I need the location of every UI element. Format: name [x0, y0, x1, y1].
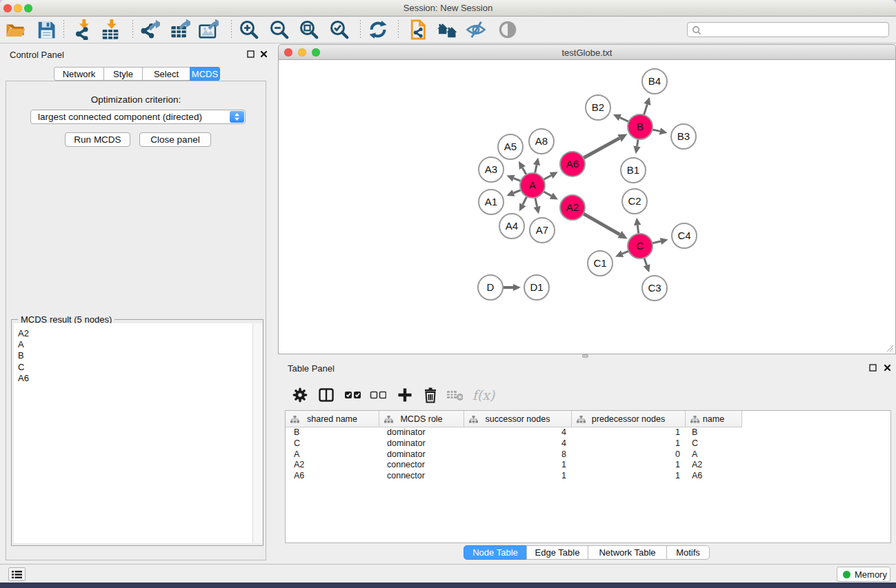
refresh-icon[interactable]	[365, 18, 391, 41]
edge-A-A7[interactable]	[535, 198, 537, 207]
graph-node-label: A6	[566, 158, 579, 170]
zoom-in-icon[interactable]	[236, 18, 262, 41]
edge-A-A3[interactable]	[514, 179, 521, 181]
function-builder-icon[interactable]: f(x)	[472, 385, 495, 405]
menu-bar: Session: New Session	[0, 0, 896, 17]
create-column-icon[interactable]	[393, 385, 417, 405]
table-row[interactable]: Adominator80A	[286, 449, 890, 460]
delete-table-icon[interactable]	[443, 385, 466, 405]
control-tab-network[interactable]: Network	[54, 67, 104, 81]
table-row[interactable]: Bdominator41B	[286, 427, 890, 438]
table-panel: Table Panel f(x) shared nameMCDS rolesuc…	[278, 360, 896, 564]
edge-arrowhead	[644, 97, 650, 105]
edge-A2-C[interactable]	[584, 214, 620, 234]
table-cell: 1	[572, 427, 686, 438]
float-panel-icon[interactable]	[247, 50, 255, 58]
table-cell: 1	[572, 438, 686, 449]
select-all-columns-icon[interactable]	[341, 385, 364, 405]
edge-A-A6[interactable]	[544, 175, 551, 179]
table-cell: connector	[379, 471, 464, 482]
graph-node-label: B1	[627, 164, 639, 176]
search-input[interactable]	[687, 22, 889, 37]
visibility-icon[interactable]	[495, 18, 521, 41]
edge-A-A5[interactable]	[522, 168, 526, 174]
run-mcds-button[interactable]: Run MCDS	[65, 132, 130, 147]
edge-A-A4[interactable]	[523, 196, 527, 205]
memory-button[interactable]: Memory	[837, 567, 890, 582]
edge-C-C2[interactable]	[637, 225, 639, 234]
table-row[interactable]: A2connector11A2	[286, 460, 890, 471]
tab-network-table[interactable]: Network Table	[588, 545, 667, 560]
network-window-titlebar[interactable]: testGlobe.txt	[278, 44, 896, 60]
table-toolbar: f(x)	[278, 360, 896, 408]
zoom-fit-icon[interactable]	[296, 18, 322, 41]
tab-motifs[interactable]: Motifs	[666, 545, 710, 560]
graph-node-label: A7	[536, 224, 548, 236]
edge-B-B2[interactable]	[620, 118, 629, 122]
close-panel-button[interactable]: Close panel	[139, 132, 211, 147]
mcds-result-list[interactable]: A2ABCA6	[14, 323, 262, 543]
panel-divider-handle[interactable]	[582, 354, 588, 358]
new-network-icon[interactable]	[405, 18, 431, 41]
column-header-shared-name[interactable]: shared name	[286, 411, 379, 427]
edge-A-A1[interactable]	[513, 190, 521, 193]
mcds-result-item[interactable]: C	[14, 362, 262, 373]
unselect-all-columns-icon[interactable]	[366, 385, 390, 405]
edge-C-C3[interactable]	[644, 258, 647, 265]
task-history-button[interactable]	[8, 567, 26, 581]
table-settings-icon[interactable]	[288, 385, 312, 405]
column-header-predecessor-nodes[interactable]: predecessor nodes	[572, 411, 686, 427]
edge-C-C4[interactable]	[653, 241, 661, 243]
delete-column-icon[interactable]	[419, 385, 442, 405]
edge-C-C1[interactable]	[622, 251, 628, 254]
edge-arrowhead	[659, 128, 668, 134]
export-image-icon[interactable]	[195, 18, 221, 41]
control-panel-tabs: NetworkStyleSelectMCDS	[54, 67, 220, 81]
mcds-scrollbar[interactable]	[252, 323, 262, 543]
import-table-icon[interactable]	[97, 18, 123, 41]
control-tab-select[interactable]: Select	[142, 67, 190, 81]
graph-node-label: C3	[648, 282, 661, 294]
mcds-result-item[interactable]: A	[14, 339, 262, 350]
column-header-successor-nodes[interactable]: successor nodes	[464, 411, 572, 427]
edge-B-B4[interactable]	[644, 104, 647, 114]
column-header-MCDS-role[interactable]: MCDS role	[379, 411, 464, 427]
export-table-icon[interactable]	[167, 18, 193, 41]
edge-A-A8[interactable]	[535, 165, 537, 173]
control-tab-style[interactable]: Style	[103, 67, 143, 81]
network-window-title: testGlobe.txt	[279, 48, 895, 58]
save-session-icon[interactable]	[33, 18, 59, 41]
graph-node-label: A8	[535, 135, 548, 147]
node-table[interactable]: shared nameMCDS rolesuccessor nodesprede…	[285, 410, 891, 543]
tab-node-table[interactable]: Node Table	[464, 545, 527, 560]
tab-edge-table[interactable]: Edge Table	[526, 545, 588, 560]
home-layout-icon[interactable]	[434, 18, 460, 41]
table-row[interactable]: A6connector11A6	[286, 471, 890, 482]
zoom-selected-icon[interactable]	[326, 18, 352, 41]
mcds-result-item[interactable]: A2	[14, 328, 262, 339]
hide-panel-icon[interactable]	[463, 18, 489, 41]
zoom-out-icon[interactable]	[266, 18, 292, 41]
edge-A6-B[interactable]	[584, 138, 619, 158]
column-header-name[interactable]: name	[686, 411, 742, 427]
graph-node-label: A3	[485, 163, 497, 175]
mcds-result-group: MCDS result (5 nodes) A2ABCA6	[11, 319, 263, 546]
table-row[interactable]: Cdominator41C	[286, 438, 890, 449]
table-header-row: shared nameMCDS rolesuccessor nodesprede…	[286, 411, 742, 427]
mcds-result-item[interactable]: A6	[14, 373, 262, 384]
table-cell: 1	[464, 460, 572, 471]
edge-A-A2[interactable]	[544, 192, 552, 196]
edge-B-B1[interactable]	[637, 139, 638, 147]
export-network-icon[interactable]	[137, 18, 163, 41]
show-columns-icon[interactable]	[315, 385, 338, 405]
criterion-dropdown[interactable]: largest connected component (directed)	[30, 110, 246, 124]
network-canvas[interactable]: B4B2BB3B1A5A8A3A6AA1A2A4A7C2C4CC1C3DD1	[278, 60, 896, 354]
control-tab-mcds[interactable]: MCDS	[190, 67, 220, 81]
close-panel-icon[interactable]	[260, 50, 268, 58]
open-file-icon[interactable]	[2, 18, 28, 41]
resize-grip-icon[interactable]	[885, 343, 894, 352]
edge-B-B3[interactable]	[653, 130, 660, 132]
import-network-icon[interactable]	[70, 18, 96, 41]
mcds-result-item[interactable]: B	[14, 350, 262, 361]
control-panel-title: Control Panel	[10, 50, 64, 60]
